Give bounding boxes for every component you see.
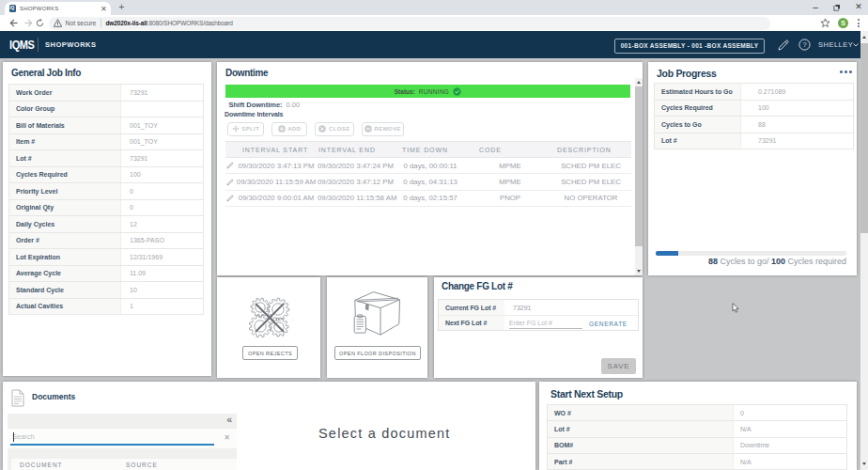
browser-avatar[interactable]: S (838, 18, 848, 28)
col-description: DESCRIPTION (550, 142, 631, 158)
text-cursor (13, 432, 14, 442)
search-clear-icon[interactable]: ✕ (224, 433, 230, 442)
downtime-row: 09/30/2020 3:47:13 PM 09/30/2020 3:47:24… (225, 158, 631, 174)
table-row: Lot Expiration 12/31/1969 (9, 249, 203, 266)
open-floor-disposition-button[interactable]: OPEN FLOOR DISPOSITION (334, 346, 421, 360)
documents-title: Documents (32, 392, 75, 401)
panel-menu-icon[interactable] (840, 70, 852, 73)
job-selector-button[interactable]: 001-BOX ASSEMBLY - 001 -BOX ASSEMBLY (614, 39, 765, 54)
cell-description: SCHED PM ELEC (550, 158, 631, 174)
scroll-down-button[interactable] (860, 458, 868, 470)
row-value: 1 (121, 299, 203, 315)
downtime-scroll-down[interactable] (635, 267, 643, 275)
downtime-panel: Downtime Status: RUNNING Shift Downtime:… (217, 62, 643, 275)
row-edit-pencil-icon[interactable] (225, 190, 235, 206)
cell-interval-start: 09/30/2020 3:47:13 PM (235, 158, 318, 174)
not-secure-warning-icon (54, 19, 62, 27)
browser-tab[interactable]: iQ SHOPWORKS ✕ (5, 2, 111, 15)
save-button[interactable]: SAVE (601, 358, 636, 374)
back-button[interactable] (8, 15, 19, 31)
page-scrollbar[interactable] (860, 31, 868, 470)
row-value: 0 (734, 405, 846, 420)
window-close-button[interactable]: ✕ (849, 0, 868, 15)
row-label: Item # (9, 134, 121, 150)
iqms-logo: IQMS (9, 31, 35, 58)
row-value: 88 (741, 117, 853, 133)
row-value: Downtime (734, 438, 846, 453)
cell-interval-start: 09/30/2020 11:15:59 AM (235, 174, 318, 190)
row-label: Color Group (9, 102, 121, 118)
row-edit-pencil-icon[interactable] (225, 174, 235, 190)
table-row: Estimated Hours to Go 0.271089 (655, 84, 853, 101)
select-document-text: Select a document (318, 426, 451, 441)
omnibox-separator (101, 19, 101, 27)
cell-time-down: 0 days, 00:00:11 (391, 158, 470, 174)
next-fg-lot-label: Next FG Lot # (439, 316, 504, 330)
row-value: 001_TOY (121, 134, 203, 150)
page-scrollbar-thumb[interactable] (860, 43, 868, 233)
row-value: N/A (734, 421, 846, 436)
browser-menu-icon[interactable] (854, 17, 863, 29)
table-row: Lot # 73291 (655, 133, 853, 150)
general-job-info-title: General Job Info (11, 68, 81, 78)
row-value: 12 (121, 216, 203, 232)
generate-link[interactable]: GENERATE (589, 321, 628, 327)
row-value (121, 102, 203, 118)
search-input[interactable] (10, 430, 214, 446)
col-code: CODE (470, 142, 550, 158)
shift-downtime: Shift Downtime:0.00 (229, 101, 301, 109)
next-fg-lot-input[interactable] (509, 317, 582, 329)
cell-time-down: 0 days, 02:15:57 (391, 190, 470, 206)
row-label: BOM# (548, 438, 734, 453)
row-label: WO # (548, 405, 734, 420)
row-value: 1365-PASO (121, 233, 203, 249)
address-bar[interactable]: Not secure dw2020x-iis-all:8080/SHOPWORK… (49, 17, 770, 30)
row-value: 0 (121, 183, 203, 199)
row-label: Original Qty (9, 200, 121, 216)
scroll-up-button[interactable] (860, 31, 868, 43)
help-icon[interactable]: ? (798, 39, 811, 51)
remove-button[interactable]: REMOVE (362, 122, 404, 136)
close-button[interactable]: CLOSE (315, 122, 354, 136)
col-document: DOCUMENT (20, 462, 126, 468)
new-tab-button[interactable]: + (116, 1, 128, 13)
close-circle-icon (318, 125, 326, 133)
general-job-info-panel: General Job Info Work Order 73291 Color … (3, 62, 211, 376)
floor-box-icon (352, 290, 401, 336)
not-secure-label: Not secure (66, 20, 97, 26)
split-button[interactable]: SPLIT (227, 122, 264, 136)
row-label: Order # (9, 233, 121, 249)
row-value: 001_TOY (121, 118, 203, 133)
tab-favicon-icon: iQ (9, 5, 16, 12)
window-restore-button[interactable] (828, 0, 846, 15)
table-row: Item # 001_TOY (9, 134, 203, 151)
collapse-icon[interactable]: « (226, 415, 232, 425)
row-value: 73291 (121, 85, 203, 101)
row-value: 0.271089 (741, 84, 853, 100)
remove-label: REMOVE (375, 126, 401, 132)
table-row: Lot # N/A (548, 421, 846, 437)
downtime-scrollbar-thumb[interactable] (635, 86, 643, 246)
bookmark-star-icon[interactable] (818, 15, 831, 31)
row-label: Cycles to Go (655, 117, 741, 133)
start-next-setup-title: Start Next Setup (550, 388, 623, 400)
open-rejects-button[interactable]: OPEN REJECTS (242, 346, 298, 360)
tab-close-icon[interactable]: ✕ (101, 2, 107, 15)
window-minimize-button[interactable]: – (806, 0, 825, 15)
shift-downtime-label: Shift Downtime: (229, 101, 283, 109)
edit-pencil-icon[interactable] (777, 39, 790, 52)
refresh-button[interactable] (35, 15, 45, 31)
downtime-scroll-up[interactable] (635, 78, 643, 86)
status-label: Status: (395, 88, 415, 95)
row-value: 73291 (741, 133, 853, 149)
row-label: Lot Expiration (9, 249, 121, 265)
cell-interval-start: 09/30/2020 9:00:01 AM (235, 190, 318, 206)
svg-text:?: ? (802, 40, 806, 49)
user-menu[interactable]: SHELLEY (818, 31, 853, 58)
downtime-row: 09/30/2020 9:00:01 AM 09/30/2020 11:15:5… (225, 190, 631, 206)
row-edit-pencil-icon[interactable] (225, 158, 235, 174)
downtime-scrollbar[interactable] (635, 78, 643, 275)
add-button[interactable]: ADD (271, 122, 307, 136)
forward-button[interactable] (23, 15, 34, 31)
user-caret-icon (853, 31, 859, 58)
